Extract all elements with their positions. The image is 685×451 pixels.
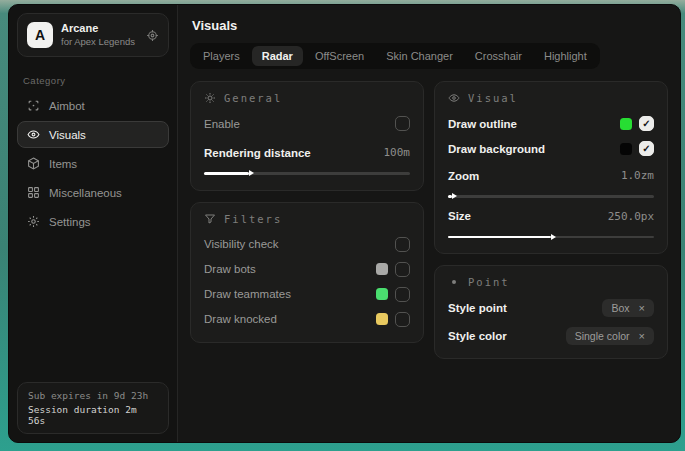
controls bbox=[376, 287, 410, 302]
rendering-distance-label: Rendering distance bbox=[204, 147, 311, 159]
close-icon[interactable]: × bbox=[639, 330, 645, 342]
style-color-row: Style color Single color × bbox=[448, 325, 654, 346]
draw-knocked-label: Draw knocked bbox=[204, 313, 277, 325]
controls bbox=[395, 237, 410, 252]
slider-fill bbox=[448, 236, 551, 239]
zoom-slider[interactable] bbox=[448, 195, 654, 198]
right-column: Visual Draw outline Draw background bbox=[434, 81, 668, 359]
draw-outline-checkbox[interactable] bbox=[639, 116, 654, 131]
tab-players[interactable]: Players bbox=[193, 46, 250, 66]
app-subtitle: for Apex Legends bbox=[61, 36, 138, 48]
zoom-row: Zoom 1.0zm bbox=[448, 165, 654, 186]
draw-knocked-checkbox[interactable] bbox=[395, 312, 410, 327]
draw-bots-checkbox[interactable] bbox=[395, 262, 410, 277]
sidebar-item-miscellaneous[interactable]: Miscellaneous bbox=[17, 179, 169, 206]
general-card: General Enable Rendering distance 100m bbox=[190, 81, 424, 191]
tabbar: Players Radar OffScreen Skin Changer Cro… bbox=[190, 43, 600, 69]
funnel-icon bbox=[204, 213, 216, 225]
controls bbox=[620, 141, 654, 156]
tab-skin-changer[interactable]: Skin Changer bbox=[376, 46, 463, 66]
general-section-header: General bbox=[204, 92, 410, 104]
zoom-label: Zoom bbox=[448, 170, 479, 182]
draw-bots-label: Draw bots bbox=[204, 263, 256, 275]
tab-highlight[interactable]: Highlight bbox=[534, 46, 597, 66]
sidebar-nav: Aimbot Visuals Items bbox=[9, 92, 177, 235]
controls bbox=[620, 116, 654, 131]
point-section-header: Point bbox=[448, 276, 654, 288]
style-point-row: Style point Box × bbox=[448, 297, 654, 318]
point-card: Point Style point Box × Style color Sing… bbox=[434, 265, 668, 359]
style-point-label: Style point bbox=[448, 302, 507, 314]
draw-background-checkbox[interactable] bbox=[639, 141, 654, 156]
enable-label: Enable bbox=[204, 118, 240, 130]
tab-crosshair[interactable]: Crosshair bbox=[465, 46, 532, 66]
sidebar-item-aimbot[interactable]: Aimbot bbox=[17, 92, 169, 119]
session-duration-text: Session duration 2m 56s bbox=[28, 404, 158, 426]
draw-outline-row: Draw outline bbox=[448, 113, 654, 134]
chip-label: Box bbox=[611, 302, 629, 314]
rendering-distance-row: Rendering distance 100m bbox=[204, 142, 410, 163]
draw-outline-color-swatch[interactable] bbox=[620, 118, 632, 130]
draw-background-label: Draw background bbox=[448, 143, 545, 155]
size-value: 250.0px bbox=[608, 210, 654, 223]
chip-label: Single color bbox=[575, 330, 630, 342]
grid-icon bbox=[27, 186, 40, 199]
visual-section-header: Visual bbox=[448, 92, 654, 104]
sidebar-item-label: Visuals bbox=[49, 129, 86, 141]
filters-section-header: Filters bbox=[204, 213, 410, 225]
section-title: General bbox=[224, 92, 282, 104]
app-name: Arcane bbox=[61, 22, 138, 36]
draw-bots-color-swatch[interactable] bbox=[376, 263, 388, 275]
draw-teammates-label: Draw teammates bbox=[204, 288, 291, 300]
slider-fill bbox=[204, 172, 249, 175]
sidebar: A Arcane for Apex Legends Category bbox=[9, 5, 178, 442]
gear-icon bbox=[27, 215, 40, 228]
tabbar-wrap: Players Radar OffScreen Skin Changer Cro… bbox=[178, 43, 680, 69]
draw-outline-label: Draw outline bbox=[448, 118, 517, 130]
style-point-chip[interactable]: Box × bbox=[602, 299, 654, 317]
rendering-distance-slider[interactable] bbox=[204, 172, 410, 175]
sun-gear-icon bbox=[204, 92, 216, 104]
controls bbox=[376, 312, 410, 327]
controls bbox=[376, 262, 410, 277]
draw-bots-row: Draw bots bbox=[204, 259, 410, 280]
rendering-distance-value: 100m bbox=[384, 146, 411, 159]
page-title: Visuals bbox=[192, 18, 666, 33]
sidebar-item-label: Settings bbox=[49, 216, 91, 228]
style-color-label: Style color bbox=[448, 330, 507, 342]
draw-teammates-color-swatch[interactable] bbox=[376, 288, 388, 300]
visibility-check-row: Visibility check bbox=[204, 234, 410, 255]
style-color-chip[interactable]: Single color × bbox=[566, 327, 654, 345]
slider-fill bbox=[448, 195, 452, 198]
draw-knocked-color-swatch[interactable] bbox=[376, 313, 388, 325]
crosshair-scan-icon bbox=[27, 99, 40, 112]
content-area: General Enable Rendering distance 100m bbox=[178, 69, 680, 442]
sidebar-item-items[interactable]: Items bbox=[17, 150, 169, 177]
tab-radar[interactable]: Radar bbox=[252, 46, 303, 66]
size-slider[interactable] bbox=[448, 236, 654, 239]
section-title: Visual bbox=[468, 92, 518, 104]
enable-row: Enable bbox=[204, 113, 410, 134]
brand-card: A Arcane for Apex Legends bbox=[17, 13, 169, 57]
sub-expires-text: Sub expires in 9d 23h bbox=[28, 390, 158, 401]
target-icon[interactable] bbox=[146, 29, 159, 42]
tab-offscreen[interactable]: OffScreen bbox=[305, 46, 374, 66]
main-header: Visuals bbox=[178, 5, 680, 43]
visibility-check-checkbox[interactable] bbox=[395, 237, 410, 252]
close-icon[interactable]: × bbox=[639, 302, 645, 314]
draw-background-row: Draw background bbox=[448, 138, 654, 159]
visual-card: Visual Draw outline Draw background bbox=[434, 81, 668, 254]
sidebar-item-settings[interactable]: Settings bbox=[17, 208, 169, 235]
draw-teammates-checkbox[interactable] bbox=[395, 287, 410, 302]
sidebar-item-label: Items bbox=[49, 158, 77, 170]
sidebar-item-label: Miscellaneous bbox=[49, 187, 122, 199]
filters-card: Filters Visibility check Draw bots bbox=[190, 202, 424, 343]
draw-background-color-swatch[interactable] bbox=[620, 143, 632, 155]
app-window: A Arcane for Apex Legends Category bbox=[8, 4, 681, 443]
zoom-value: 1.0zm bbox=[621, 169, 654, 182]
sidebar-item-visuals[interactable]: Visuals bbox=[17, 121, 169, 148]
sidebar-spacer bbox=[9, 235, 177, 374]
main-panel: Visuals Players Radar OffScreen Skin Cha… bbox=[178, 5, 680, 442]
enable-checkbox[interactable] bbox=[395, 116, 410, 131]
left-column: General Enable Rendering distance 100m bbox=[190, 81, 424, 343]
